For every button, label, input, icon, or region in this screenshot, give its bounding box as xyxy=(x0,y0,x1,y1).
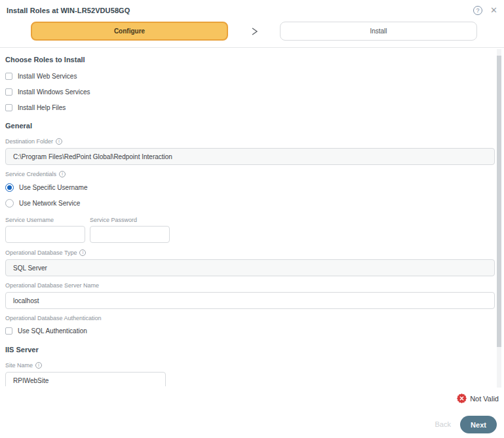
install-roles-dialog: Install Roles at WIN-LR52VDU58GQ ? ✕ Con… xyxy=(0,0,504,438)
destination-folder-label: Destination Folder i xyxy=(5,138,495,145)
general-heading: General xyxy=(5,122,495,130)
info-icon[interactable]: i xyxy=(79,249,86,256)
validation-status: Not Valid xyxy=(457,393,499,403)
install-web-services-checkbox[interactable] xyxy=(5,73,12,80)
site-name-label: Site Name i xyxy=(5,362,495,369)
chevron-right-icon xyxy=(250,26,259,37)
service-username-input[interactable] xyxy=(5,226,85,243)
info-icon[interactable]: i xyxy=(56,138,62,145)
use-sql-authentication-checkbox[interactable] xyxy=(5,327,12,335)
db-auth-label: Operational Database Authentication xyxy=(5,315,495,321)
use-network-service-radio[interactable] xyxy=(5,199,14,208)
status-label: Not Valid xyxy=(470,395,499,403)
not-valid-icon xyxy=(457,393,467,403)
db-type-input[interactable] xyxy=(5,259,495,276)
destination-folder-input[interactable] xyxy=(5,148,495,165)
use-specific-username-radio[interactable] xyxy=(5,183,14,192)
site-name-input[interactable] xyxy=(5,372,166,386)
close-icon[interactable]: ✕ xyxy=(490,6,497,15)
radio-row-specific-username: Use Specific Username xyxy=(5,183,495,192)
help-icon[interactable]: ? xyxy=(473,6,482,15)
install-windows-services-checkbox[interactable] xyxy=(5,88,12,96)
service-credentials-label: Service Credentials i xyxy=(5,171,495,177)
step-configure[interactable]: Configure xyxy=(31,22,228,41)
radio-row-network-service: Use Network Service xyxy=(5,199,495,208)
service-password-input[interactable] xyxy=(90,226,170,243)
scrollbar-thumb[interactable] xyxy=(497,56,501,347)
checkbox-row-windows-services: Install Windows Services xyxy=(5,88,495,96)
radio-label: Use Specific Username xyxy=(19,184,87,191)
checkbox-label: Install Windows Services xyxy=(18,88,90,96)
install-help-files-checkbox[interactable] xyxy=(5,104,12,111)
checkbox-row-web-services: Install Web Services xyxy=(5,73,495,80)
step-install[interactable]: Install xyxy=(280,22,477,41)
db-server-label: Operational Database Server Name xyxy=(5,282,495,289)
back-button[interactable]: Back xyxy=(435,420,451,428)
db-type-label: Operational Database Type i xyxy=(5,249,495,256)
iis-heading: IIS Server xyxy=(5,346,495,354)
roles-heading: Choose Roles to Install xyxy=(5,56,495,64)
checkbox-label: Use SQL Authentication xyxy=(18,327,87,335)
service-password-label: Service Password xyxy=(90,217,170,223)
service-username-label: Service Username xyxy=(5,217,85,223)
wizard-steps: Configure Install xyxy=(31,22,477,41)
info-icon[interactable]: i xyxy=(35,362,42,369)
titlebar: Install Roles at WIN-LR52VDU58GQ ? ✕ xyxy=(0,0,504,15)
radio-label: Use Network Service xyxy=(19,200,80,207)
configure-form: Choose Roles to Install Install Web Serv… xyxy=(0,48,504,386)
info-icon[interactable]: i xyxy=(59,171,66,177)
db-server-input[interactable] xyxy=(5,292,495,309)
service-credential-fields: Service Username Service Password xyxy=(5,217,495,243)
checkbox-label: Install Web Services xyxy=(18,73,77,80)
checkbox-row-sql-auth: Use SQL Authentication xyxy=(5,327,495,335)
checkbox-row-help-files: Install Help Files xyxy=(5,104,495,111)
checkbox-label: Install Help Files xyxy=(18,104,66,111)
dialog-title: Install Roles at WIN-LR52VDU58GQ xyxy=(7,7,130,14)
next-button[interactable]: Next xyxy=(460,416,497,433)
